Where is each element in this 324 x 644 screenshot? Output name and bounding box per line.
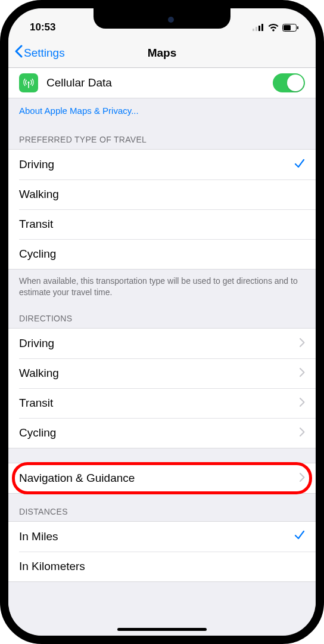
row-label: Walking [19, 188, 305, 201]
screen: 10:53 [8, 8, 316, 636]
directions-cycling[interactable]: Cycling [8, 418, 316, 448]
distances-group: In Miles In Kilometers [8, 521, 316, 582]
distances-kilometers[interactable]: In Kilometers [8, 552, 316, 581]
antenna-icon [19, 73, 38, 92]
back-label: Settings [24, 47, 65, 60]
chevron-left-icon [14, 45, 23, 61]
cellular-data-label: Cellular Data [46, 76, 273, 89]
row-label: Transit [19, 218, 305, 231]
directions-driving[interactable]: Driving [8, 329, 316, 358]
page-title: Maps [148, 47, 177, 60]
checkmark-icon [294, 158, 305, 172]
cellular-data-toggle[interactable] [273, 73, 305, 92]
status-right [253, 24, 299, 32]
preferred-walking[interactable]: Walking [8, 179, 316, 209]
chevron-right-icon [300, 426, 305, 439]
svg-rect-6 [297, 26, 298, 29]
row-label: Navigation & Guidance [19, 472, 300, 485]
chevron-right-icon [300, 367, 305, 380]
distances-miles[interactable]: In Miles [8, 522, 316, 552]
nav-bar: Settings Maps [8, 38, 316, 68]
battery-icon [282, 24, 299, 32]
svg-rect-2 [258, 26, 260, 31]
navigation-guidance-row[interactable]: Navigation & Guidance [8, 463, 316, 493]
chevron-right-icon [300, 472, 305, 485]
svg-rect-0 [253, 29, 254, 31]
cellular-data-group: Cellular Data [8, 68, 316, 98]
back-button[interactable]: Settings [14, 45, 65, 61]
row-label: Driving [19, 337, 300, 350]
directions-group: Driving Walking Transit [8, 328, 316, 448]
directions-walking[interactable]: Walking [8, 358, 316, 388]
chevron-right-icon [300, 397, 305, 410]
preferred-header: PREFERRED TYPE OF TRAVEL [8, 122, 316, 149]
row-label: Cycling [19, 247, 305, 261]
directions-transit[interactable]: Transit [8, 388, 316, 418]
cellular-data-row[interactable]: Cellular Data [8, 68, 316, 98]
status-time: 10:53 [30, 21, 55, 33]
svg-rect-3 [261, 24, 263, 31]
privacy-link[interactable]: About Apple Maps & Privacy... [8, 98, 316, 122]
content[interactable]: Cellular Data About Apple Maps & Privacy… [8, 68, 316, 636]
wifi-icon [268, 24, 279, 32]
row-label: Transit [19, 397, 300, 410]
notch [94, 8, 230, 29]
svg-rect-5 [284, 25, 291, 30]
chevron-right-icon [300, 337, 305, 350]
preferred-transit[interactable]: Transit [8, 209, 316, 239]
row-label: Driving [19, 158, 294, 171]
distances-header: DISTANCES [8, 494, 316, 521]
row-label: Cycling [19, 426, 300, 439]
row-label: In Kilometers [19, 560, 305, 573]
checkmark-icon [294, 530, 305, 543]
svg-rect-1 [256, 27, 257, 31]
preferred-group: Driving Walking Transit Cycling [8, 149, 316, 270]
preferred-footer: When available, this transportation type… [8, 270, 316, 301]
nav-guidance-group: Navigation & Guidance [8, 463, 316, 494]
row-label: Walking [19, 367, 300, 380]
cellular-signal-icon [253, 24, 264, 31]
preferred-driving[interactable]: Driving [8, 150, 316, 179]
home-indicator[interactable] [117, 628, 207, 631]
preferred-cycling[interactable]: Cycling [8, 239, 316, 269]
phone-frame: 10:53 [0, 0, 324, 644]
directions-header: DIRECTIONS [8, 301, 316, 328]
row-label: In Miles [19, 530, 294, 543]
